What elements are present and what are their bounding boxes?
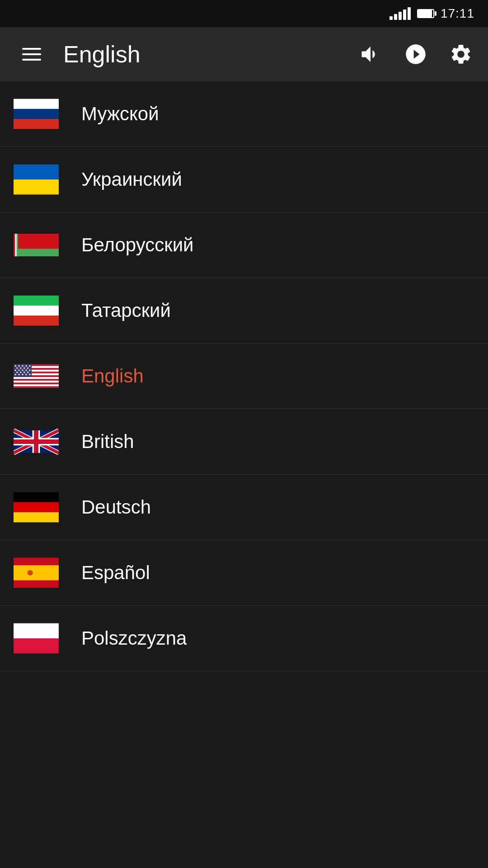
svg-point-44 [23, 372, 25, 373]
flag-tatarstan [14, 294, 59, 327]
flag-belarus [14, 229, 59, 261]
svg-rect-2 [14, 109, 59, 119]
svg-point-40 [25, 369, 27, 371]
language-label: Мужской [81, 103, 159, 125]
list-item[interactable]: Мужской [0, 81, 488, 147]
svg-rect-58 [14, 623, 59, 638]
status-icons: 17:11 [389, 6, 474, 21]
svg-point-35 [23, 368, 25, 369]
language-label: Украинский [81, 169, 182, 190]
language-label: Español [81, 562, 150, 584]
language-label: English [81, 365, 144, 387]
flag-germany [14, 491, 59, 524]
svg-rect-1 [14, 99, 59, 109]
battery-icon [417, 9, 434, 18]
settings-icon [449, 42, 473, 66]
svg-point-28 [15, 365, 16, 367]
svg-point-47 [19, 374, 20, 375]
svg-rect-16 [17, 234, 18, 256]
flag-usa [14, 360, 59, 392]
svg-rect-59 [14, 638, 59, 653]
language-label: Белорусский [81, 234, 194, 256]
svg-point-45 [27, 372, 28, 373]
svg-point-48 [22, 374, 23, 375]
language-label: British [81, 431, 134, 453]
volume-button[interactable] [357, 41, 384, 68]
svg-point-39 [22, 369, 23, 371]
toolbar: English [0, 27, 488, 81]
flag-spain [14, 557, 59, 589]
language-label: Polszczyzna [81, 627, 187, 649]
list-item[interactable]: English [0, 344, 488, 409]
svg-point-30 [22, 365, 23, 367]
svg-point-33 [16, 368, 18, 369]
svg-rect-13 [14, 249, 59, 256]
svg-rect-53 [14, 502, 59, 512]
svg-rect-19 [14, 316, 59, 326]
flag-uk [14, 425, 59, 458]
svg-rect-4 [14, 165, 59, 179]
svg-rect-54 [14, 512, 59, 522]
svg-rect-56 [14, 565, 59, 580]
svg-point-50 [29, 374, 30, 375]
svg-rect-52 [14, 492, 59, 502]
list-item[interactable]: Украинский [0, 147, 488, 212]
language-label: Татарский [81, 300, 171, 321]
svg-point-42 [16, 372, 18, 373]
list-item[interactable]: Татарский [0, 278, 488, 344]
menu-button[interactable] [14, 27, 50, 81]
status-bar: 17:11 [0, 0, 488, 27]
svg-rect-24 [14, 377, 59, 379]
language-label: Deutsch [81, 496, 151, 518]
svg-rect-3 [14, 119, 59, 129]
status-time: 17:11 [441, 6, 474, 21]
svg-rect-12 [14, 234, 59, 249]
svg-rect-25 [14, 381, 59, 382]
svg-rect-15 [14, 234, 15, 256]
svg-point-32 [29, 365, 30, 367]
svg-point-36 [27, 368, 28, 369]
svg-point-49 [25, 374, 27, 375]
svg-rect-5 [14, 179, 59, 194]
svg-rect-26 [14, 384, 59, 386]
svg-rect-17 [14, 296, 59, 306]
signal-icon [389, 7, 411, 20]
svg-point-31 [25, 365, 27, 367]
hamburger-menu-icon [22, 48, 41, 61]
svg-point-43 [20, 372, 21, 373]
list-item[interactable]: Polszczyzna [0, 606, 488, 671]
play-icon [404, 42, 427, 66]
settings-button[interactable] [447, 41, 474, 68]
flag-ukraine [14, 163, 59, 196]
list-item[interactable]: Deutsch [0, 475, 488, 540]
toolbar-title: English [63, 41, 357, 68]
list-item[interactable]: Белорусский [0, 212, 488, 278]
volume-icon [359, 42, 382, 66]
language-list: Мужской Украинский [0, 81, 488, 671]
svg-point-41 [29, 369, 30, 371]
svg-point-29 [19, 365, 20, 367]
flag-poland [14, 622, 59, 655]
svg-point-46 [15, 374, 16, 375]
toolbar-actions [357, 41, 474, 68]
svg-point-57 [28, 570, 33, 576]
svg-point-37 [15, 369, 16, 371]
svg-point-38 [19, 369, 20, 371]
list-item[interactable]: British [0, 409, 488, 475]
flag-russia [14, 98, 59, 130]
list-item[interactable]: Español [0, 540, 488, 606]
play-button[interactable] [402, 41, 429, 68]
svg-rect-18 [14, 306, 59, 316]
svg-point-34 [20, 368, 21, 369]
